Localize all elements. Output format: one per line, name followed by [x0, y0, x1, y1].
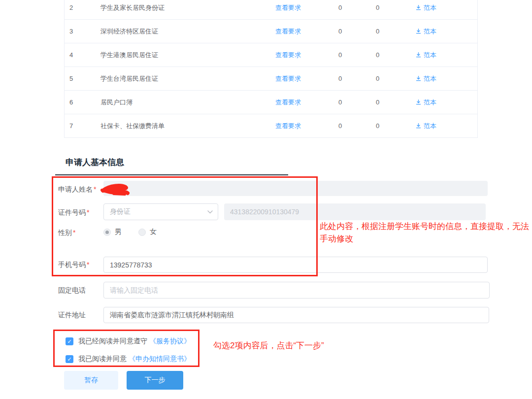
- row-index: 7: [65, 122, 100, 130]
- radio-male-label: 男: [115, 228, 122, 236]
- count-cell: 0: [338, 122, 376, 130]
- count-cell: 0: [338, 99, 376, 106]
- next-step-button[interactable]: 下一步: [127, 371, 183, 390]
- id-type-selected-value: 身份证: [110, 207, 131, 216]
- row-index: 4: [65, 51, 100, 59]
- required-asterisk: *: [94, 185, 96, 193]
- count-cell: 0: [376, 75, 415, 82]
- download-icon: [415, 123, 422, 129]
- service-agreement-link[interactable]: 《服务协议》: [149, 337, 191, 346]
- material-name: 学生台湾居民居住证: [100, 74, 275, 83]
- count-cell: 0: [338, 51, 376, 59]
- material-name: 深圳经济特区居住证: [100, 27, 275, 36]
- materials-table: 2 学生及家长居民身份证 查看要求 0 0 范本 3 深圳经济特区居住证 查看要…: [64, 0, 478, 138]
- landline-field[interactable]: [103, 282, 490, 299]
- count-cell: 0: [338, 28, 376, 35]
- material-name: 学生及家长居民身份证: [100, 3, 275, 12]
- consent-letter-link[interactable]: 《申办知情同意书》: [129, 355, 191, 364]
- agreement-row-consent: 我已阅读并同意 《申办知情同意书》: [66, 355, 191, 364]
- material-name: 居民户口簿: [100, 98, 275, 107]
- id-type-select: 身份证: [103, 203, 218, 220]
- radio-female-label: 女: [150, 228, 157, 236]
- material-name: 学生港澳居民居住证: [100, 51, 275, 60]
- view-requirements-link[interactable]: 查看要求: [275, 122, 338, 131]
- view-requirements-link[interactable]: 查看要求: [275, 98, 338, 107]
- mobile-label: 手机号码*: [58, 261, 89, 269]
- row-index: 3: [65, 28, 100, 35]
- mobile-field[interactable]: [103, 257, 488, 273]
- count-cell: 0: [376, 4, 415, 11]
- download-icon: [415, 4, 422, 11]
- landline-label: 固定电话: [58, 286, 86, 295]
- table-row: 7 社保卡、社保缴费清单 查看要求 0 0 范本: [65, 114, 477, 137]
- download-template-link[interactable]: 范本: [415, 3, 477, 12]
- agree-annotation-text: 勾选2项内容后，点击“下一步”: [213, 339, 324, 352]
- redacted-name-scribble: [99, 183, 136, 198]
- section-title: 申请人基本信息: [66, 157, 124, 168]
- readonly-annotation-text: 此处内容，根据注册学生账号时的信息，直接提取，无法手动修改: [320, 220, 532, 245]
- download-template-link[interactable]: 范本: [415, 74, 477, 83]
- count-cell: 0: [338, 4, 376, 11]
- address-field[interactable]: [103, 307, 489, 323]
- service-agreement-checkbox[interactable]: [66, 337, 73, 345]
- table-row: 2 学生及家长居民身份证 查看要求 0 0 范本: [65, 0, 477, 20]
- download-label: 范本: [424, 74, 436, 83]
- agreement-text: 我已阅读并同意: [78, 355, 127, 364]
- page: 2 学生及家长居民身份证 查看要求 0 0 范本 3 深圳经济特区居住证 查看要…: [0, 0, 532, 399]
- gender-label: 性别*: [58, 229, 75, 237]
- name-field: [103, 181, 488, 196]
- download-label: 范本: [424, 98, 436, 107]
- download-icon: [415, 52, 422, 58]
- download-icon: [415, 28, 422, 34]
- download-label: 范本: [424, 3, 436, 12]
- view-requirements-link[interactable]: 查看要求: [275, 74, 338, 83]
- material-name: 社保卡、社保缴费清单: [100, 122, 275, 131]
- required-asterisk: *: [73, 229, 75, 236]
- download-icon: [415, 75, 422, 82]
- consent-letter-checkbox[interactable]: [66, 355, 73, 363]
- required-asterisk: *: [87, 261, 89, 268]
- table-row: 6 居民户口簿 查看要求 0 0 范本: [65, 91, 477, 114]
- id-label: 证件号码*: [58, 208, 89, 217]
- required-asterisk: *: [87, 208, 89, 216]
- download-label: 范本: [424, 27, 436, 36]
- view-requirements-link[interactable]: 查看要求: [275, 3, 338, 12]
- table-row: 4 学生港澳居民居住证 查看要求 0 0 范本: [65, 43, 477, 67]
- name-label: 申请人姓名*: [58, 185, 96, 194]
- row-index: 6: [65, 99, 100, 106]
- download-label: 范本: [424, 122, 436, 131]
- count-cell: 0: [376, 28, 415, 35]
- view-requirements-link[interactable]: 查看要求: [275, 27, 338, 36]
- section-divider: [55, 174, 288, 175]
- table-row: 3 深圳经济特区居住证 查看要求 0 0 范本: [65, 20, 477, 43]
- agreement-row-service: 我已经阅读并同意遵守 《服务协议》: [66, 337, 191, 346]
- id-number-field: [224, 203, 486, 220]
- count-cell: 0: [376, 99, 415, 106]
- download-template-link[interactable]: 范本: [415, 27, 477, 36]
- download-icon: [415, 99, 422, 105]
- save-draft-button[interactable]: 暂存: [64, 371, 118, 390]
- chevron-down-icon: [207, 210, 213, 214]
- download-label: 范本: [424, 51, 436, 60]
- agreement-text: 我已经阅读并同意遵守: [78, 337, 147, 346]
- count-cell: 0: [338, 75, 376, 82]
- download-template-link[interactable]: 范本: [415, 98, 477, 107]
- table-row: 5 学生台湾居民居住证 查看要求 0 0 范本: [65, 67, 477, 91]
- download-template-link[interactable]: 范本: [415, 122, 477, 131]
- radio-female: [138, 229, 146, 236]
- download-template-link[interactable]: 范本: [415, 51, 477, 60]
- row-index: 5: [65, 75, 100, 82]
- count-cell: 0: [376, 51, 415, 59]
- row-index: 2: [65, 4, 100, 11]
- view-requirements-link[interactable]: 查看要求: [275, 51, 338, 60]
- count-cell: 0: [376, 122, 415, 130]
- gender-radio-group: 男 女: [103, 228, 157, 236]
- address-label: 证件地址: [58, 311, 86, 320]
- radio-male: [103, 229, 111, 236]
